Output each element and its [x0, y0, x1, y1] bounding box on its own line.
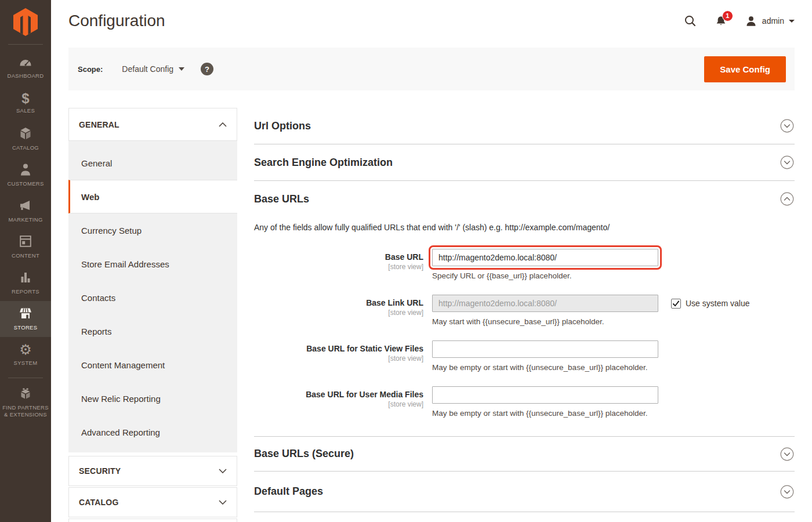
layout-icon [19, 235, 32, 250]
search-button[interactable] [683, 14, 697, 28]
sidebar-item-label: SYSTEM [14, 360, 38, 367]
sidebar-item-dashboard[interactable]: DASHBOARD [0, 49, 51, 85]
bar-chart-icon [19, 271, 32, 286]
use-system-value-checkbox[interactable] [671, 299, 681, 309]
config-nav-item-new-relic-reporting[interactable]: New Relic Reporting [68, 382, 237, 415]
field-label: Base URL for Static View Files [254, 344, 423, 353]
section-base-urls: Base URLs Any of the fields allow fully … [254, 181, 795, 437]
section-title: Base URLs (Secure) [254, 448, 354, 460]
config-nav-item-currency-setup[interactable]: Currency Setup [68, 213, 237, 247]
user-media-files-url-input[interactable] [432, 386, 658, 404]
sidebar-item-label: CONTENT [12, 252, 39, 259]
sidebar-item-marketing[interactable]: MARKETING [0, 193, 51, 229]
collapse-chevron-up-icon[interactable] [780, 191, 795, 206]
config-nav-group-general[interactable]: GENERAL [68, 108, 237, 141]
sidebar-item-catalog[interactable]: CATALOG [0, 121, 51, 157]
field-note: May be empty or start with {{unsecure_ba… [432, 363, 658, 372]
config-nav-item-web[interactable]: Web [68, 180, 237, 213]
page-title: Configuration [68, 12, 165, 30]
scope-value: Default Config [122, 64, 173, 74]
app-sidebar: DASHBOARD $ SALES CATALOG CUSTOMERS [0, 0, 51, 522]
admin-username: admin [762, 16, 784, 26]
config-nav-item-reports[interactable]: Reports [68, 314, 237, 348]
expand-chevron-down-icon[interactable] [780, 155, 795, 170]
config-main: Url Options Search Engine Optimization B… [254, 108, 795, 512]
page: Configuration 1 admin Scope: De [51, 0, 812, 522]
magento-logo-icon [13, 8, 38, 36]
admin-menu[interactable]: admin [745, 14, 795, 27]
config-nav-group-security[interactable]: SECURITY [68, 456, 237, 486]
chevron-down-icon [219, 469, 227, 473]
field-scope: [store view] [254, 309, 423, 317]
field-note: Specify URL or {{base_url}} placeholder. [432, 271, 658, 280]
sidebar-item-reports[interactable]: REPORTS [0, 265, 51, 301]
help-icon[interactable]: ? [201, 63, 213, 75]
scope-bar: Scope: Default Config ? Save Config [68, 48, 795, 90]
section-base-urls-header[interactable]: Base URLs [254, 181, 795, 217]
notifications-button[interactable]: 1 [715, 14, 727, 28]
field-label-col: Base Link URL [store view] [254, 295, 423, 326]
section-title: Url Options [254, 120, 311, 132]
person-icon [19, 163, 32, 178]
chevron-up-icon [219, 122, 227, 127]
sidebar-item-label: DASHBOARD [8, 72, 44, 79]
gear-icon: ⚙ [19, 343, 32, 357]
megaphone-icon [19, 199, 32, 214]
group-title: CATALOG [79, 498, 119, 507]
section-title: Default Pages [254, 485, 323, 498]
sidebar-item-system[interactable]: ⚙ SYSTEM [0, 337, 51, 373]
sidebar-item-customers[interactable]: CUSTOMERS [0, 157, 51, 193]
config-nav-item-general[interactable]: General [68, 146, 237, 180]
config-nav-group-partial [68, 519, 237, 522]
expand-chevron-down-icon[interactable] [780, 118, 795, 133]
section-url-options[interactable]: Url Options [254, 108, 795, 144]
config-nav-item-advanced-reporting[interactable]: Advanced Reporting [68, 415, 237, 449]
form-row-base-link-url: Base Link URL [store view] May start wit… [254, 295, 795, 326]
config-nav-item-contacts[interactable]: Contacts [68, 281, 237, 314]
field-col: May be empty or start with {{unsecure_ba… [432, 386, 658, 418]
config-nav-item-store-email-addresses[interactable]: Store Email Addresses [68, 247, 237, 281]
chevron-down-icon [179, 67, 184, 71]
field-scope: [store view] [254, 354, 423, 362]
field-label-col: Base URL for Static View Files [store vi… [254, 340, 423, 372]
save-config-button[interactable]: Save Config [704, 56, 786, 82]
sidebar-item-label: CUSTOMERS [7, 180, 44, 187]
expand-chevron-down-icon[interactable] [780, 484, 795, 499]
section-title: Search Engine Optimization [254, 157, 393, 169]
magento-admin-app: DASHBOARD $ SALES CATALOG CUSTOMERS [0, 0, 812, 522]
group-title: SECURITY [79, 466, 121, 476]
config-nav-item-content-management[interactable]: Content Management [68, 348, 237, 382]
sidebar-item-content[interactable]: CONTENT [0, 229, 51, 265]
field-label: Base URL for User Media Files [254, 390, 423, 399]
config-nav: GENERAL General Web Currency Setup Store… [68, 108, 237, 522]
checkmark-icon [672, 300, 680, 307]
field-label-col: Base URL for User Media Files [store vie… [254, 386, 423, 418]
field-note: May be empty or start with {{unsecure_ba… [432, 409, 658, 418]
config-nav-items: General Web Currency Setup Store Email A… [68, 141, 237, 452]
section-base-urls-secure[interactable]: Base URLs (Secure) [254, 437, 795, 472]
page-header: Configuration 1 admin [51, 0, 812, 42]
section-search-engine-optimization[interactable]: Search Engine Optimization [254, 144, 795, 181]
group-title: GENERAL [79, 120, 119, 129]
scope-selector[interactable]: Default Config [122, 64, 184, 74]
section-default-pages[interactable]: Default Pages [254, 472, 795, 512]
form-row-static-view-files: Base URL for Static View Files [store vi… [254, 340, 795, 372]
base-link-url-input[interactable] [432, 295, 658, 312]
storefront-icon [19, 307, 32, 322]
use-system-value-label[interactable]: Use system value [686, 299, 749, 308]
highlight-ring [429, 245, 662, 270]
sidebar-item-sales[interactable]: $ SALES [0, 85, 51, 121]
header-actions: 1 admin [683, 14, 795, 28]
base-url-input[interactable] [432, 249, 658, 266]
sidebar-item-stores[interactable]: STORES [0, 301, 51, 337]
field-col: May be empty or start with {{unsecure_ba… [432, 340, 658, 372]
sidebar-item-find-partners[interactable]: FIND PARTNERS & EXTENSIONS [0, 382, 51, 423]
form-row-base-url: Base URL [store view] Specify URL or {{b… [254, 249, 795, 280]
config-nav-group-catalog[interactable]: CATALOG [68, 487, 237, 517]
sidebar-item-label: REPORTS [12, 288, 39, 295]
static-view-files-url-input[interactable] [432, 340, 658, 358]
section-title: Base URLs [254, 193, 309, 205]
field-scope: [store view] [254, 400, 423, 408]
expand-chevron-down-icon[interactable] [780, 447, 795, 462]
magento-logo[interactable] [0, 0, 51, 44]
